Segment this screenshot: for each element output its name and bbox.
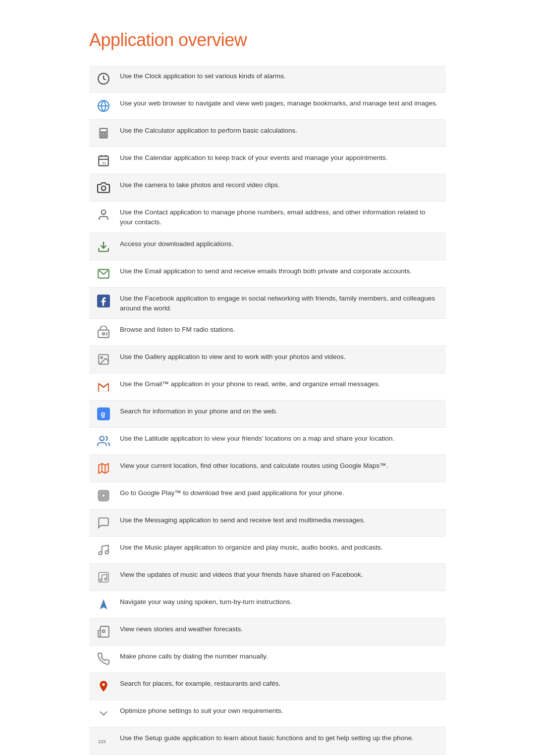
svg-rect-8 [101, 135, 102, 136]
icon-contacts [95, 206, 112, 223]
page-title: Application overview [89, 30, 446, 50]
desc-gmail: Use the Gmail™ application in your phone… [120, 378, 380, 389]
desc-clock: Use the Clock application to set various… [120, 70, 286, 81]
app-row-gallery: Use the Gallery application to view and … [89, 346, 446, 373]
icon-phone [95, 651, 112, 667]
desc-news: View news stories and weather forecasts. [120, 623, 243, 634]
svg-rect-5 [101, 133, 102, 134]
icon-setup: 123 [95, 732, 112, 749]
app-row-places: Search for places, for example, restaura… [89, 673, 446, 700]
app-row-fmradio: Browse and listen to FM radio stations. [89, 319, 446, 346]
icon-google: g [95, 405, 112, 422]
app-row-phone: Make phone calls by dialing the number m… [89, 646, 446, 673]
desc-facebook: Use the Facebook application to engage i… [120, 293, 440, 314]
app-row-latitude: Use the Latitude application to view you… [89, 428, 446, 455]
svg-point-16 [102, 186, 106, 191]
app-row-calculator: Use the Calculator application to perfor… [89, 120, 446, 147]
icon-calendar: 31 [95, 152, 112, 169]
desc-musicfb: View the updates of music and videos tha… [120, 569, 363, 580]
icon-clock [95, 70, 112, 87]
app-list: Use the Clock application to set various… [89, 65, 446, 756]
app-row-play: Go to Google Play™ to download free and … [89, 482, 446, 509]
svg-rect-4 [101, 129, 107, 131]
desc-google: Search for information in your phone and… [120, 405, 277, 416]
icon-latitude [95, 433, 112, 450]
desc-browser: Use your web browser to navigate and vie… [120, 98, 438, 108]
app-row-contacts: Use the Contact application to manage ph… [89, 202, 446, 233]
svg-point-41 [105, 578, 107, 580]
svg-point-37 [99, 552, 102, 555]
desc-calculator: Use the Calculator application to perfor… [120, 125, 297, 136]
icon-messaging [95, 514, 112, 531]
svg-text:31: 31 [102, 161, 106, 165]
desc-places: Search for places, for example, restaura… [120, 678, 280, 689]
svg-rect-6 [103, 133, 104, 134]
icon-play [95, 487, 112, 504]
desc-setup: Use the Setup guide application to learn… [120, 732, 414, 743]
icon-camera [95, 179, 112, 196]
icon-gmail [95, 378, 112, 395]
svg-marker-32 [99, 463, 108, 473]
icon-gallery [95, 351, 112, 368]
svg-point-38 [105, 551, 108, 554]
svg-rect-45 [103, 630, 105, 632]
desc-maps: View your current location, find other l… [120, 460, 388, 471]
desc-phone: Make phone calls by dialing the number m… [120, 651, 268, 661]
icon-email [95, 265, 112, 282]
app-row-facebook: Use the Facebook application to engage i… [89, 288, 446, 319]
svg-rect-9 [103, 135, 104, 136]
app-row-maps: View your current location, find other l… [89, 455, 446, 482]
app-row-gmail: Use the Gmail™ application in your phone… [89, 373, 446, 401]
app-row-messaging: Use the Messaging application to send an… [89, 509, 446, 537]
desc-navigation: Navigate your way using spoken, turn-by-… [120, 596, 292, 607]
icon-calculator [95, 125, 112, 142]
desc-music: Use the Music player application to orga… [120, 542, 383, 553]
icon-navigation [95, 596, 112, 613]
app-row-music: Use the Music player application to orga… [89, 537, 446, 564]
icon-news [95, 623, 112, 640]
desc-contacts: Use the Contact application to manage ph… [120, 206, 440, 228]
app-row-navigation: Navigate your way using spoken, turn-by-… [89, 591, 446, 618]
svg-point-40 [100, 579, 102, 581]
desc-play: Go to Google Play™ to download free and … [120, 487, 344, 498]
svg-rect-7 [105, 133, 107, 134]
app-row-musicfb: View the updates of music and videos tha… [89, 564, 446, 591]
svg-point-22 [103, 333, 105, 335]
svg-point-31 [100, 436, 104, 441]
app-row-settings: Optimize phone settings to suit your own… [89, 700, 446, 727]
icon-facebook [95, 293, 112, 309]
app-row-camera: Use the camera to take photos and record… [89, 174, 446, 202]
desc-latitude: Use the Latitude application to view you… [120, 433, 394, 444]
svg-text:123: 123 [98, 739, 106, 744]
app-row-news: View news stories and weather forecasts. [89, 618, 446, 646]
icon-settings [95, 705, 112, 722]
app-row-calendar: 31Use the Calendar application to keep t… [89, 147, 446, 174]
desc-downloads: Access your downloaded applications. [120, 238, 233, 249]
icon-music [95, 542, 112, 558]
app-row-clock: Use the Clock application to set various… [89, 65, 446, 93]
desc-gallery: Use the Gallery application to view and … [120, 351, 346, 362]
app-row-downloads: Access your downloaded applications. [89, 233, 446, 260]
svg-marker-42 [100, 599, 107, 609]
app-row-google: gSearch for information in your phone an… [89, 401, 446, 428]
desc-calendar: Use the Calendar application to keep tra… [120, 152, 387, 163]
svg-point-17 [102, 210, 106, 214]
icon-maps [95, 460, 112, 477]
desc-messaging: Use the Messaging application to send an… [120, 514, 365, 525]
desc-fmradio: Browse and listen to FM radio stations. [120, 324, 235, 335]
svg-rect-10 [105, 135, 107, 136]
icon-browser [95, 98, 112, 114]
icon-fmradio [95, 324, 112, 341]
svg-point-25 [101, 357, 103, 358]
desc-camera: Use the camera to take photos and record… [120, 179, 280, 190]
svg-text:g: g [101, 410, 106, 418]
icon-places [95, 678, 112, 695]
icon-musicfb [95, 569, 112, 586]
app-row-browser: Use your web browser to navigate and vie… [89, 93, 446, 120]
icon-downloads [95, 238, 112, 255]
app-row-setup: 123Use the Setup guide application to le… [89, 727, 446, 755]
desc-settings: Optimize phone settings to suit your own… [120, 705, 283, 716]
app-row-email: Use the Email application to send and re… [89, 260, 446, 288]
desc-email: Use the Email application to send and re… [120, 265, 412, 276]
